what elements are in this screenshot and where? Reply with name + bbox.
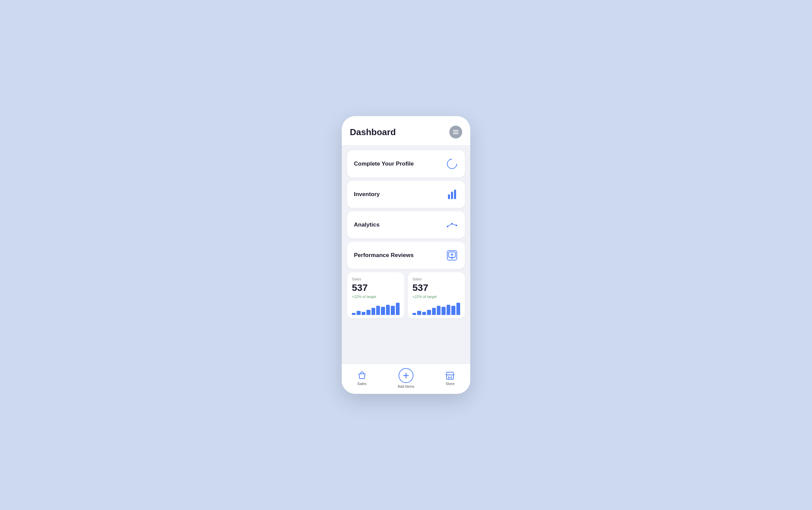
header: Dashboard [342, 116, 470, 146]
plus-circle-icon [399, 368, 413, 383]
inventory-card[interactable]: Inventory [347, 181, 465, 208]
svg-rect-10 [447, 375, 453, 379]
nav-label-store: Store [446, 382, 454, 386]
analytics-label: Analytics [354, 221, 380, 228]
bar-chart-icon [446, 188, 458, 200]
inventory-label: Inventory [354, 191, 380, 198]
shopping-bag-icon [357, 371, 367, 380]
store-icon [445, 371, 455, 380]
hamburger-icon [453, 130, 458, 134]
menu-button[interactable] [449, 126, 462, 139]
chat-plus-icon [446, 249, 458, 261]
sales-card-2[interactable]: Sales 537 +22% of target [408, 272, 465, 318]
page-title: Dashboard [350, 127, 396, 137]
profile-circle-icon [446, 158, 458, 170]
complete-profile-card[interactable]: Complete Your Profile [347, 150, 465, 177]
nav-label-sales: Sales [357, 382, 367, 386]
nav-item-sales[interactable]: Sales [357, 371, 367, 386]
bottom-nav: Sales Add Items [342, 364, 470, 394]
nav-item-store[interactable]: Store [445, 371, 455, 386]
svg-line-3 [448, 224, 452, 227]
line-dots-icon [446, 219, 458, 231]
sales-cards-row: Sales 537 +22% of target S [347, 272, 465, 318]
sales-number-1: 537 [352, 282, 400, 293]
sales-number-2: 537 [412, 282, 460, 293]
sales-bar-chart-2 [412, 303, 460, 315]
sales-label-1: Sales [352, 277, 400, 281]
analytics-card[interactable]: Analytics [347, 211, 465, 238]
sales-label-2: Sales [412, 277, 460, 281]
main-content: Complete Your Profile Inventory Analytic… [342, 146, 470, 364]
phone-frame: Dashboard Complete Your Profile Inventor… [342, 116, 470, 394]
sales-target-2: +22% of target [412, 295, 460, 299]
performance-reviews-label: Performance Reviews [354, 252, 414, 259]
complete-profile-label: Complete Your Profile [354, 161, 414, 167]
sales-target-1: +22% of target [352, 295, 400, 299]
svg-line-4 [452, 224, 456, 226]
sales-card-1[interactable]: Sales 537 +22% of target [347, 272, 404, 318]
sales-bar-chart-1 [352, 303, 400, 315]
nav-label-add-items: Add Items [398, 384, 414, 388]
nav-item-add-items[interactable]: Add Items [398, 368, 414, 388]
performance-reviews-card[interactable]: Performance Reviews [347, 242, 465, 269]
